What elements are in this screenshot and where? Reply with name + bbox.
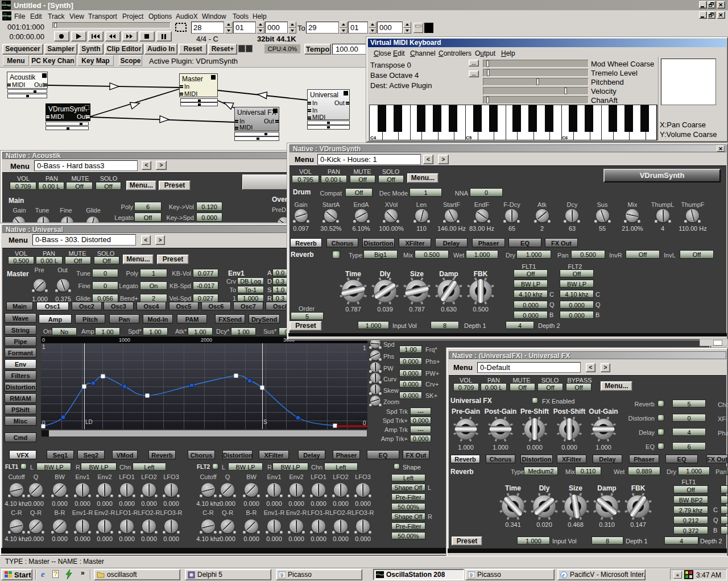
svg-text:9: 9 — [470, 572, 473, 578]
svg-text:9: 9 — [280, 572, 283, 578]
svg-text:e: e — [562, 572, 565, 578]
